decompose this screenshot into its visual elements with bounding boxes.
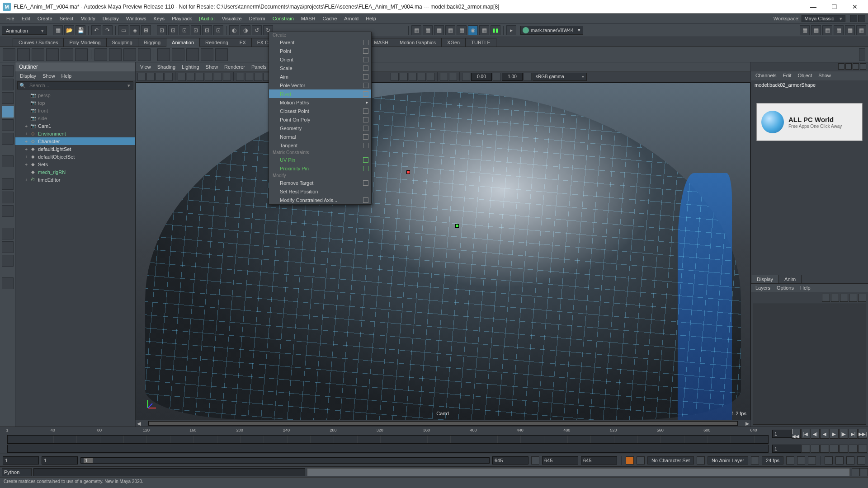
shelf-tab-rigging[interactable]: Rigging <box>138 38 166 47</box>
range-opt-icon[interactable] <box>786 456 794 465</box>
range-end-inner-field[interactable]: 645 <box>492 456 528 465</box>
snap-6-icon[interactable]: ⊡ <box>213 25 223 35</box>
shelf-tab-motiongfx[interactable]: Motion Graphics <box>394 38 442 47</box>
shelf-icon[interactable] <box>61 48 73 61</box>
range-end-val-field[interactable]: 645 <box>581 456 617 465</box>
step-fwd-key-icon[interactable]: ▶| <box>849 429 858 439</box>
hist-1-icon[interactable]: ◐ <box>229 25 239 35</box>
menu-item[interactable]: Proximity Pin <box>269 164 371 173</box>
panel-3-icon[interactable]: ▦ <box>822 25 832 35</box>
vp-tool-icon[interactable] <box>449 73 457 81</box>
sel-mode-3-icon[interactable]: ⊞ <box>141 25 151 35</box>
shelf-tab-xgen[interactable]: XGen <box>441 38 466 47</box>
loop-icon[interactable] <box>801 445 810 453</box>
redo-icon[interactable]: ↷ <box>103 25 113 35</box>
exposure-icon[interactable] <box>462 73 470 81</box>
shelf-icon[interactable] <box>109 48 122 61</box>
vp-menu-lighting[interactable]: Lighting <box>179 63 202 70</box>
menu-item[interactable]: Pole Vector <box>269 81 371 89</box>
render-4-icon[interactable]: ▦ <box>445 25 455 35</box>
option-box-icon[interactable] <box>363 143 368 148</box>
go-end-icon[interactable]: ▶▶| <box>858 429 867 439</box>
option-box-icon[interactable] <box>363 134 368 140</box>
outliner-item[interactable]: ◆mech_rigRN <box>15 168 135 176</box>
shelf-tab-fx[interactable]: FX <box>234 38 252 47</box>
timeline-track[interactable] <box>7 435 769 444</box>
render-7-icon[interactable]: ▦ <box>479 25 489 35</box>
shelf-icon[interactable] <box>201 48 213 61</box>
outliner-search[interactable]: 🔍 ▾ <box>17 81 133 89</box>
shelf-icon[interactable] <box>46 48 59 61</box>
range-opt-icon[interactable] <box>797 456 805 465</box>
option-box-icon[interactable] <box>363 48 368 54</box>
menu-item[interactable]: Motion Paths▸ <box>269 98 371 107</box>
scrollbar-thumb[interactable] <box>149 422 737 425</box>
option-box-icon[interactable] <box>363 74 368 80</box>
shelf-icon[interactable] <box>75 48 88 61</box>
outliner-item[interactable]: +⏱timeEditor <box>15 176 135 183</box>
menu-item[interactable]: Geometry <box>269 124 371 132</box>
menu-create[interactable]: Create <box>34 15 56 22</box>
colorspace-icon[interactable] <box>524 73 532 81</box>
vp-tool-icon[interactable] <box>440 73 448 81</box>
range-thumb[interactable]: 1 <box>84 458 93 463</box>
layer-list[interactable] <box>753 304 866 425</box>
search-dropdown-icon[interactable]: ▾ <box>125 83 133 89</box>
manipulator-red[interactable] <box>406 170 410 174</box>
twisty-icon[interactable]: + <box>24 154 29 160</box>
pb-opt-icon[interactable] <box>839 445 848 453</box>
layout-6-icon[interactable] <box>2 255 14 267</box>
twisty-icon[interactable]: + <box>24 139 29 144</box>
vp-tool-icon[interactable] <box>187 73 195 81</box>
vp-tool-icon[interactable] <box>178 73 186 81</box>
shelf-icon[interactable] <box>17 48 30 61</box>
save-scene-icon[interactable]: 💾 <box>75 25 85 35</box>
panel-5-icon[interactable]: ▦ <box>845 25 855 35</box>
outliner-item[interactable]: +◆defaultObjectSet <box>15 153 135 160</box>
layer-icon[interactable] <box>849 294 857 302</box>
command-input[interactable] <box>33 468 305 476</box>
hist-3-icon[interactable]: ↺ <box>252 25 262 35</box>
vp-tool-icon[interactable] <box>254 73 262 81</box>
autokey-toggle[interactable] <box>626 456 634 465</box>
paint-tool-icon[interactable] <box>2 92 14 104</box>
twisty-icon[interactable]: + <box>24 177 29 183</box>
vp-tool-icon[interactable] <box>214 73 222 81</box>
step-fwd-icon[interactable]: |▶ <box>839 429 848 439</box>
twisty-icon[interactable]: + <box>24 162 29 167</box>
vp-tool-icon[interactable] <box>236 73 244 81</box>
menu-item[interactable]: Parent <box>269 38 371 47</box>
render-5-icon[interactable]: ▦ <box>457 25 467 35</box>
scroll-left-icon[interactable]: ◀ <box>136 421 142 427</box>
close-button[interactable]: ✕ <box>844 0 865 14</box>
shelf-tab-sculpt[interactable]: Sculpting <box>106 38 138 47</box>
layer-icon[interactable] <box>858 294 866 302</box>
snap-4-icon[interactable]: ⊡ <box>191 25 201 35</box>
audio-icon[interactable] <box>825 456 833 465</box>
layout-4-icon[interactable] <box>2 228 14 239</box>
menu-item[interactable]: UV Pin <box>269 155 371 164</box>
layer-icon[interactable] <box>822 294 830 302</box>
pb-opt-icon[interactable] <box>849 445 858 453</box>
menu-constrain[interactable]: Constrain <box>269 15 297 22</box>
outliner-item[interactable]: 📷top <box>15 99 135 107</box>
vp-tool-icon[interactable] <box>205 73 213 81</box>
layout-7-icon[interactable] <box>2 277 14 289</box>
vp-menu-shading[interactable]: Shading <box>155 63 178 70</box>
workspace-icon-2[interactable] <box>858 15 865 22</box>
menu-item[interactable]: Closest Point <box>269 107 371 115</box>
twisty-icon[interactable]: + <box>24 146 29 152</box>
selection-name[interactable]: model:back02_armorShape <box>751 80 868 89</box>
menu-item[interactable]: Tangent <box>269 141 371 150</box>
exposure-field[interactable]: 0.00 <box>471 73 492 81</box>
cb-menu-edit[interactable]: Edit <box>780 72 794 80</box>
range-lock-icon[interactable] <box>531 456 539 465</box>
vp-tool-icon[interactable] <box>146 73 155 81</box>
vp-tool-icon[interactable] <box>196 73 204 81</box>
range-end-field[interactable]: 645 <box>542 456 578 465</box>
shelf-icon[interactable] <box>32 48 44 61</box>
panel-1-icon[interactable]: ▦ <box>800 25 810 35</box>
menu-item[interactable]: Normal <box>269 132 371 141</box>
vp-menu-view[interactable]: View <box>137 63 154 70</box>
menu-item[interactable]: Point On Poly <box>269 115 371 124</box>
